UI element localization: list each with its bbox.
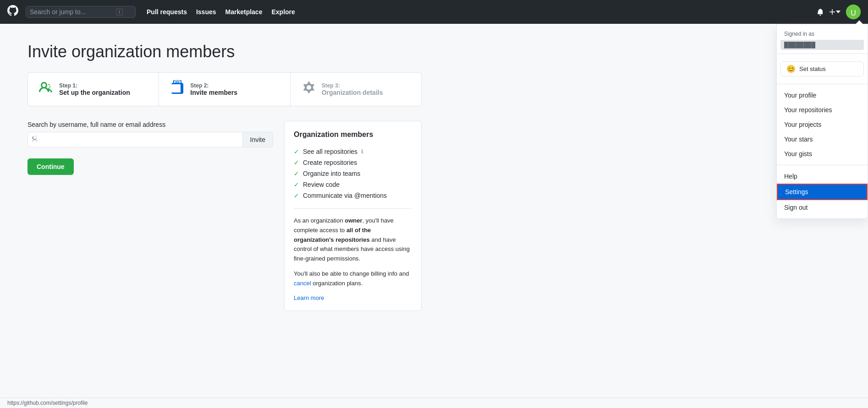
dropdown-your-profile[interactable]: Your profile	[777, 88, 868, 103]
set-status-label: Set status	[799, 65, 826, 72]
nav-explore[interactable]: Explore	[271, 8, 295, 16]
dropdown-your-repositories[interactable]: Your repositories	[777, 103, 868, 117]
nav-pull-requests[interactable]: Pull requests	[147, 8, 187, 16]
set-status-button[interactable]: 😊 Set status	[780, 61, 864, 76]
dropdown-help[interactable]: Help	[777, 169, 868, 184]
dropdown-settings[interactable]: Settings	[777, 184, 868, 200]
nav-marketplace[interactable]: Marketplace	[225, 8, 263, 16]
notifications-button[interactable]	[817, 8, 824, 16]
dropdown-set-status-section: 😊 Set status	[777, 54, 868, 84]
search-box[interactable]: /	[26, 6, 136, 18]
dropdown-overlay[interactable]	[0, 24, 868, 329]
navbar: / Pull requests Issues Marketplace Explo…	[0, 0, 868, 24]
svg-text:U: U	[851, 9, 856, 17]
dropdown-your-stars[interactable]: Your stars	[777, 132, 868, 147]
dropdown-help-section: Help Settings Sign out	[777, 165, 868, 218]
create-button[interactable]	[830, 9, 841, 15]
dropdown-profile-section: Your profile Your repositories Your proj…	[777, 84, 868, 165]
smiley-icon: 😊	[786, 65, 796, 73]
nav-right: U	[817, 5, 861, 19]
slash-key: /	[116, 8, 123, 16]
nav-issues[interactable]: Issues	[196, 8, 216, 16]
github-logo[interactable]	[7, 5, 18, 19]
search-input[interactable]	[30, 8, 112, 16]
avatar[interactable]: U	[846, 5, 861, 19]
dropdown-username: ████████	[780, 40, 864, 50]
dropdown-your-projects[interactable]: Your projects	[777, 117, 868, 132]
nav-links: Pull requests Issues Marketplace Explore	[147, 8, 295, 16]
signed-in-label: Signed in as	[777, 28, 868, 40]
user-dropdown: Signed in as ████████ 😊 Set status Your …	[776, 24, 868, 219]
dropdown-signed-in-section: Signed in as ████████	[777, 24, 868, 54]
dropdown-your-gists[interactable]: Your gists	[777, 147, 868, 161]
dropdown-sign-out[interactable]: Sign out	[777, 200, 868, 215]
